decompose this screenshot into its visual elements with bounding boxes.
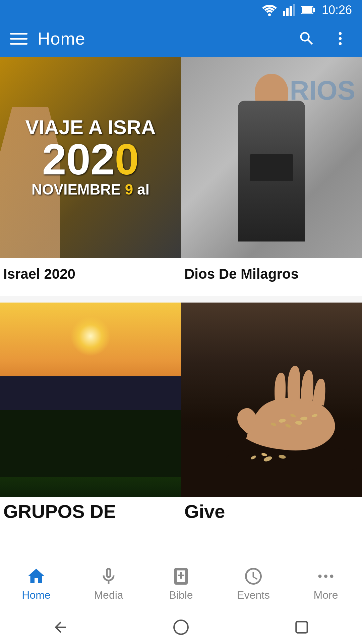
nav-events-label: Events bbox=[237, 589, 270, 601]
card-row-1: VIAJE A ISRA 2020 NOVIEMBRE 9 al Israel … bbox=[0, 57, 362, 296]
status-bar: 10:26 bbox=[0, 0, 362, 20]
wifi-icon bbox=[262, 4, 277, 16]
svg-rect-27 bbox=[296, 622, 307, 633]
people-silhouettes bbox=[0, 410, 181, 477]
card-israel-image: VIAJE A ISRA 2020 NOVIEMBRE 9 al bbox=[0, 57, 181, 258]
nav-more-label: More bbox=[314, 589, 338, 601]
noviembre-highlight: 9 bbox=[125, 181, 133, 198]
book-cross-icon bbox=[169, 566, 193, 586]
dots-icon bbox=[314, 566, 338, 586]
svg-point-9 bbox=[339, 37, 342, 40]
back-button[interactable] bbox=[47, 617, 74, 637]
card-give-image bbox=[181, 303, 362, 497]
main-content: VIAJE A ISRA 2020 NOVIEMBRE 9 al Israel … bbox=[0, 57, 362, 553]
svg-point-25 bbox=[330, 575, 334, 578]
card-milagros-image: RIOS bbox=[181, 57, 362, 258]
nav-bible[interactable]: Bible bbox=[145, 566, 217, 601]
nav-bible-label: Bible bbox=[169, 589, 193, 601]
bottom-navigation: Home Media Bible Events bbox=[0, 557, 362, 610]
svg-rect-7 bbox=[313, 8, 315, 12]
row-separator bbox=[0, 296, 362, 303]
microphone-icon bbox=[97, 566, 120, 586]
year-digits: 202 bbox=[42, 135, 115, 184]
card-dios-milagros[interactable]: RIOS Dios De Milagros bbox=[181, 57, 362, 296]
battery-icon bbox=[301, 5, 316, 15]
preacher-body bbox=[238, 101, 305, 241]
svg-rect-3 bbox=[290, 6, 292, 16]
status-icons: 10:26 bbox=[262, 3, 352, 17]
svg-point-0 bbox=[268, 13, 271, 16]
nav-home[interactable]: Home bbox=[0, 566, 72, 601]
card-row-2: GRUPOS DE bbox=[0, 303, 362, 522]
hand-seeds-svg bbox=[225, 350, 362, 470]
card-grupos-title: GRUPOS DE bbox=[0, 497, 181, 522]
preacher-figure bbox=[228, 74, 315, 241]
card-give[interactable]: Give bbox=[181, 303, 362, 522]
card-milagros-title: Dios De Milagros bbox=[181, 258, 362, 296]
sun-glow bbox=[70, 316, 111, 356]
nav-events[interactable]: Events bbox=[217, 566, 290, 601]
menu-button[interactable] bbox=[10, 33, 27, 45]
recents-button[interactable] bbox=[288, 617, 315, 637]
clock-icon bbox=[242, 566, 265, 586]
card-israel-title: Israel 2020 bbox=[0, 258, 181, 296]
israel-overlay: VIAJE A ISRA 2020 NOVIEMBRE 9 al bbox=[0, 57, 181, 258]
search-button[interactable] bbox=[295, 27, 318, 50]
system-navigation bbox=[0, 610, 362, 644]
year-highlight: 0 bbox=[115, 135, 139, 184]
nav-media-label: Media bbox=[94, 589, 123, 601]
svg-point-23 bbox=[318, 575, 322, 578]
home-button[interactable] bbox=[168, 617, 194, 637]
svg-rect-4 bbox=[293, 4, 295, 16]
more-options-button[interactable] bbox=[328, 27, 352, 50]
card-give-title: Give bbox=[181, 497, 362, 522]
svg-point-24 bbox=[324, 575, 327, 578]
svg-rect-2 bbox=[286, 8, 289, 16]
svg-point-8 bbox=[339, 32, 342, 35]
book-shape bbox=[250, 154, 293, 181]
svg-rect-1 bbox=[283, 11, 285, 16]
page-title: Home bbox=[38, 29, 285, 49]
signal-icon bbox=[283, 4, 295, 16]
card-grupos-image bbox=[0, 303, 181, 497]
svg-point-26 bbox=[174, 620, 188, 634]
viaje-text: VIAJE A ISRA bbox=[25, 117, 156, 138]
app-bar: Home bbox=[0, 20, 362, 57]
year-text: 2020 bbox=[42, 138, 139, 181]
nav-media[interactable]: Media bbox=[72, 566, 145, 601]
status-time: 10:26 bbox=[322, 3, 352, 17]
card-grupos[interactable]: GRUPOS DE bbox=[0, 303, 181, 522]
card-israel-2020[interactable]: VIAJE A ISRA 2020 NOVIEMBRE 9 al Israel … bbox=[0, 57, 181, 296]
nav-home-label: Home bbox=[22, 589, 50, 601]
nav-more[interactable]: More bbox=[290, 566, 362, 601]
svg-point-10 bbox=[339, 42, 342, 45]
svg-rect-6 bbox=[302, 7, 312, 13]
home-icon bbox=[24, 566, 48, 586]
noviembre-text: NOVIEMBRE 9 al bbox=[32, 181, 149, 198]
